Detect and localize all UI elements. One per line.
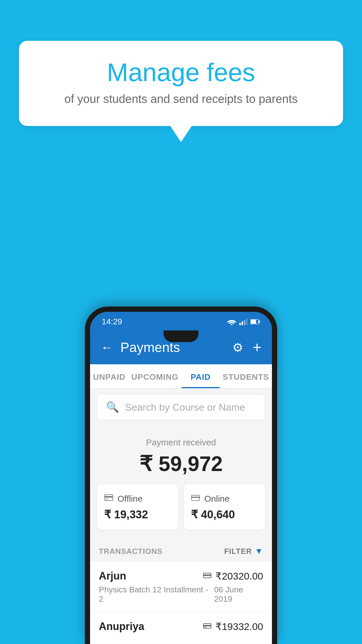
tab-upcoming[interactable]: UPCOMING — [129, 364, 182, 388]
transaction-name: Anupriya — [99, 620, 144, 633]
signal-icon — [239, 318, 247, 325]
svg-rect-9 — [105, 496, 113, 498]
offline-amount: ₹ 19,332 — [104, 508, 171, 521]
online-amount: ₹ 40,640 — [191, 508, 258, 521]
battery-icon — [250, 319, 260, 325]
online-type-label: Online — [204, 494, 230, 504]
svg-rect-6 — [251, 320, 256, 324]
tab-paid[interactable]: PAID — [182, 364, 220, 388]
transactions-label: TRANSACTIONS — [99, 547, 163, 556]
payment-received-section: Payment received ₹ 59,972 Offline — [90, 426, 272, 538]
page-title: Payments — [120, 340, 232, 355]
speech-bubble-container: Manage fees of your students and send re… — [19, 41, 343, 126]
transaction-amount: ₹19332.00 — [215, 621, 263, 632]
search-box[interactable]: 🔍 Search by Course or Name — [97, 394, 265, 420]
search-container: 🔍 Search by Course or Name — [90, 388, 272, 426]
tab-students[interactable]: STUDENTS — [220, 364, 272, 388]
status-bar: 14:29 — [90, 312, 272, 330]
time-display: 14:29 — [102, 317, 122, 326]
main-title: Manage fees — [42, 58, 320, 87]
payment-received-label: Payment received — [97, 438, 265, 447]
payment-cards: Offline ₹ 19,332 Online — [97, 484, 265, 530]
search-icon: 🔍 — [106, 401, 119, 413]
svg-rect-3 — [244, 320, 245, 325]
status-icons — [227, 318, 260, 325]
offline-payment-icon — [203, 622, 211, 631]
status-bar-area: 14:29 — [90, 312, 272, 330]
filter-label: FILTER — [224, 547, 252, 556]
online-payment-card: Online ₹ 40,640 — [184, 484, 265, 530]
online-icon — [191, 493, 200, 505]
phone-frame: 14:29 — [85, 307, 277, 644]
svg-rect-10 — [106, 499, 108, 499]
transaction-item[interactable]: Anupriya ₹19332.00 — [90, 612, 272, 644]
transaction-amount-row: ₹20320.00 — [203, 570, 263, 582]
transactions-header: TRANSACTIONS FILTER ▼ — [90, 538, 272, 562]
transaction-row-1: Anupriya ₹19332.00 — [99, 620, 263, 633]
tab-bar: UNPAID UPCOMING PAID STUDENTS — [90, 364, 272, 388]
wifi-icon — [227, 318, 236, 325]
svg-rect-16 — [203, 625, 211, 626]
add-button[interactable]: + — [253, 339, 261, 356]
speech-bubble: Manage fees of your students and send re… — [19, 41, 343, 126]
svg-rect-4 — [246, 318, 247, 325]
transaction-amount: ₹20320.00 — [215, 570, 263, 582]
header-icons: ⚙ + — [232, 339, 261, 356]
card-payment-icon — [203, 571, 211, 581]
settings-icon[interactable]: ⚙ — [232, 340, 243, 355]
online-card-header: Online — [191, 493, 258, 505]
tab-unpaid[interactable]: UNPAID — [90, 364, 129, 388]
svg-rect-7 — [259, 321, 260, 323]
svg-point-0 — [231, 324, 233, 326]
search-input[interactable]: Search by Course or Name — [125, 402, 245, 413]
offline-card-header: Offline — [104, 493, 171, 505]
transaction-row-1: Arjun ₹20320.00 — [99, 570, 263, 582]
svg-rect-2 — [242, 321, 243, 325]
phone-screen: 14:29 — [90, 312, 272, 644]
transaction-item[interactable]: Arjun ₹20320.00 Physics Batch 12 Install… — [90, 562, 272, 612]
transaction-name: Arjun — [99, 570, 126, 582]
svg-rect-14 — [203, 575, 211, 576]
svg-rect-12 — [191, 497, 200, 498]
transaction-row-2: Physics Batch 12 Installment - 2 06 June… — [99, 585, 263, 604]
transaction-course: Physics Batch 12 Installment - 2 — [99, 585, 214, 604]
back-button[interactable]: ← — [101, 341, 113, 354]
svg-rect-1 — [239, 323, 241, 325]
svg-rect-17 — [204, 627, 207, 627]
main-subtitle: of your students and send receipts to pa… — [42, 92, 320, 106]
filter-icon: ▼ — [255, 547, 263, 556]
payment-total-amount: ₹ 59,972 — [97, 452, 265, 476]
offline-type-label: Offline — [117, 494, 143, 504]
transaction-date: 06 June 2019 — [214, 585, 263, 604]
filter-button[interactable]: FILTER ▼ — [224, 547, 263, 556]
transaction-amount-row: ₹19332.00 — [203, 621, 263, 632]
offline-icon — [104, 493, 113, 505]
offline-payment-card: Offline ₹ 19,332 — [97, 484, 178, 530]
